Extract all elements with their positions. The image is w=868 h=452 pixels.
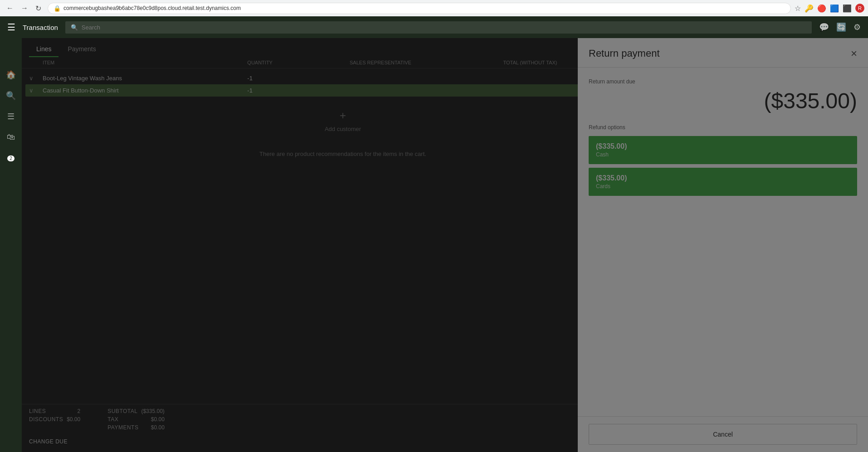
profile-icon[interactable]: R — [855, 4, 864, 13]
search-icon: 🔍 — [71, 24, 78, 31]
key-icon[interactable]: 🔑 — [805, 4, 814, 13]
return-body: Return amount due ($335.00) Refund optio… — [578, 68, 868, 416]
top-nav: ☰ Transaction 🔍 💬 🔄 ⚙ — [0, 16, 868, 38]
chevron-icon: ∨ — [29, 75, 43, 82]
cancel-button[interactable]: Cancel — [589, 424, 857, 445]
top-nav-icons: 💬 🔄 ⚙ — [819, 22, 861, 32]
col-qty: QUANTITY — [247, 60, 350, 65]
item-name: Casual Fit Button-Down Shirt — [43, 87, 247, 94]
settings-icon[interactable]: ⚙ — [853, 22, 861, 32]
browser-nav[interactable]: ← → ↻ — [4, 3, 44, 14]
browser-actions: ☆ 🔑 🔴 🟦 ⬛ R — [795, 4, 864, 13]
return-amount-label: Return amount due — [589, 78, 857, 85]
tabs: Lines Payments — [22, 38, 664, 57]
return-amount: ($335.00) — [589, 88, 857, 113]
tab-payments[interactable]: Payments — [60, 42, 103, 57]
chevron-icon: ∨ — [29, 87, 43, 94]
search-bar[interactable]: 🔍 — [65, 21, 812, 34]
badge-count: 2 — [7, 156, 15, 161]
ext-icon2[interactable]: 🟦 — [830, 4, 839, 13]
subtotal-label: SUBTOTAL — [107, 408, 137, 414]
return-header: Return payment × — [578, 38, 868, 68]
col-item: ITEM — [43, 60, 247, 65]
tax-label: TAX — [107, 416, 118, 423]
add-customer[interactable]: + Add customer — [22, 100, 664, 141]
url-text: commercebugbashea9b6abc78e0c9d8pos.cloud… — [63, 5, 241, 11]
table-row[interactable]: ∨ Boot-Leg Vintage Wash Jeans -1 ($270.0… — [25, 72, 660, 84]
star-icon[interactable]: ☆ — [795, 4, 801, 13]
left-sidebar: 🏠 🔍 ☰ 🛍 2 — [0, 38, 22, 452]
refund-cards-type: Cards — [596, 183, 850, 190]
return-title: Return payment — [589, 48, 660, 59]
refund-cash-amount: ($335.00) — [596, 142, 850, 151]
refund-option-cards[interactable]: ($335.00) Cards — [589, 168, 857, 196]
search-input[interactable] — [82, 24, 806, 31]
refund-cards-amount: ($335.00) — [596, 174, 850, 182]
discounts-summary: DISCOUNTS $0.00 — [29, 416, 80, 423]
sidebar-item-lines[interactable]: ☰ — [0, 107, 22, 126]
payments-label: PAYMENTS — [107, 424, 138, 431]
bottom-summary: LINES 2 DISCOUNTS $0.00 SUBTOTAL ($335.0… — [22, 404, 664, 452]
no-recommendations: There are no product recommendations for… — [22, 141, 664, 404]
refund-options-label: Refund options — [589, 124, 857, 131]
refund-cash-type: Cash — [596, 151, 850, 158]
payments-summary: PAYMENTS $0.00 — [107, 424, 165, 431]
change-due-row: CHANGE DUE ($335.00) — [29, 436, 657, 447]
sidebar-item-search[interactable]: 🔍 — [0, 86, 22, 105]
line-items: ∨ Boot-Leg Vintage Wash Jeans -1 ($270.0… — [22, 68, 664, 100]
forward-button[interactable]: → — [18, 3, 31, 13]
tax-summary: TAX $0.00 — [107, 416, 165, 423]
sidebar-item-bag[interactable]: 🛍 — [0, 128, 22, 146]
table-header: ITEM QUANTITY SALES REPRESENTATIVE TOTAL… — [22, 57, 664, 68]
table-row[interactable]: ∨ Casual Fit Button-Down Shirt -1 ($65.0… — [25, 84, 660, 97]
tab-lines[interactable]: Lines — [29, 42, 59, 57]
change-due-label: CHANGE DUE — [29, 438, 68, 445]
col-rep: SALES REPRESENTATIVE — [350, 60, 503, 65]
tax-value: $0.00 — [151, 416, 165, 423]
item-name: Boot-Leg Vintage Wash Jeans — [43, 75, 247, 82]
subtotal-summary: SUBTOTAL ($335.00) — [107, 408, 165, 414]
back-button[interactable]: ← — [4, 3, 16, 13]
discounts-value: $0.00 — [67, 416, 80, 423]
hamburger-icon[interactable]: ☰ — [7, 22, 15, 33]
close-button[interactable]: × — [851, 47, 857, 60]
secure-icon: 🔒 — [54, 5, 61, 12]
ext-icon3[interactable]: ⬛ — [843, 4, 852, 13]
payments-value: $0.00 — [151, 424, 165, 431]
return-footer: Cancel — [578, 416, 868, 452]
refresh-nav-icon[interactable]: 🔄 — [836, 22, 846, 32]
sidebar-badge-number[interactable]: 2 — [0, 148, 22, 167]
no-recs-text: There are no product recommendations for… — [259, 151, 426, 157]
lines-summary: LINES 2 — [29, 408, 80, 414]
item-qty: -1 — [247, 75, 350, 82]
refund-option-cash[interactable]: ($335.00) Cash — [589, 136, 857, 164]
lines-count: 2 — [78, 408, 81, 414]
app-title: Transaction — [23, 24, 58, 31]
sidebar-item-home[interactable]: 🏠 — [0, 65, 22, 84]
item-qty: -1 — [247, 87, 350, 94]
col-expand — [29, 60, 43, 65]
ext-icon1[interactable]: 🔴 — [817, 4, 826, 13]
chat-icon[interactable]: 💬 — [819, 22, 829, 32]
subtotal-value: ($335.00) — [141, 408, 164, 414]
return-panel: Return payment × Return amount due ($335… — [578, 38, 868, 452]
lines-label: LINES — [29, 408, 46, 414]
url-bar[interactable]: 🔒 commercebugbashea9b6abc78e0c9d8pos.clo… — [48, 3, 791, 14]
browser-chrome: ← → ↻ 🔒 commercebugbashea9b6abc78e0c9d8p… — [0, 0, 868, 16]
refresh-button[interactable]: ↻ — [33, 3, 44, 14]
discounts-label: DISCOUNTS — [29, 416, 63, 423]
add-customer-icon: + — [340, 109, 346, 122]
add-customer-label: Add customer — [325, 126, 361, 132]
